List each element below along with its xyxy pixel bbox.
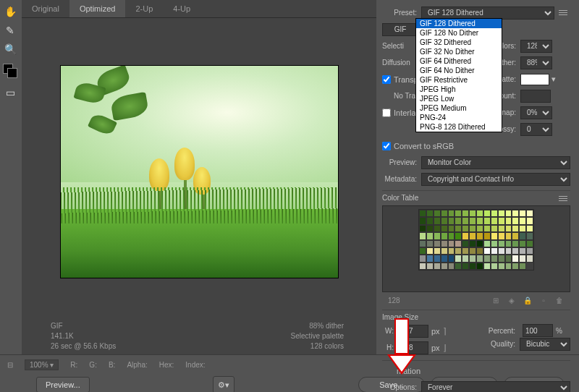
color-swatch[interactable] <box>419 240 426 247</box>
color-swatch[interactable] <box>419 263 426 270</box>
preset-option[interactable]: GIF Restrictive <box>416 75 502 85</box>
color-swatch[interactable] <box>512 210 519 217</box>
quality-select[interactable]: Bicubic <box>520 338 570 351</box>
color-swatch[interactable] <box>462 232 469 239</box>
color-swatch[interactable] <box>469 247 476 255</box>
color-swatch[interactable] <box>426 232 434 239</box>
percent-input[interactable] <box>523 324 553 337</box>
color-swatch[interactable] <box>462 255 469 262</box>
color-swatch[interactable] <box>526 210 533 217</box>
color-swatch[interactable] <box>434 232 441 239</box>
color-swatch[interactable] <box>519 210 526 217</box>
height-input[interactable] <box>398 341 428 354</box>
color-swatch[interactable] <box>419 225 426 232</box>
color-swatch[interactable] <box>441 210 448 217</box>
color-swatch[interactable] <box>483 217 491 224</box>
tab-2up[interactable]: 2-Up <box>125 0 163 17</box>
ct-icon-1[interactable]: ⊞ <box>491 295 501 305</box>
ct-icon-2[interactable]: ◈ <box>507 295 517 305</box>
color-swatch[interactable] <box>455 240 462 247</box>
preset-option[interactable]: GIF 128 Dithered <box>416 19 502 28</box>
color-swatch[interactable] <box>491 217 498 224</box>
color-swatch[interactable] <box>505 247 512 255</box>
color-swatch[interactable] <box>469 217 476 224</box>
color-swatch[interactable] <box>419 232 426 239</box>
color-swatch[interactable] <box>491 255 498 262</box>
color-swatch[interactable] <box>462 263 469 270</box>
preset-option[interactable]: GIF 128 No Dither <box>416 28 502 38</box>
color-swatch[interactable] <box>434 225 441 232</box>
preset-option[interactable]: JPEG High <box>416 85 502 94</box>
color-swatch[interactable] <box>476 263 483 270</box>
color-swatch[interactable] <box>483 255 491 262</box>
color-swatch[interactable] <box>476 247 483 255</box>
color-swatches[interactable] <box>3 64 17 78</box>
color-swatch[interactable] <box>483 210 491 217</box>
color-swatch[interactable] <box>512 232 519 239</box>
ct-icon-3[interactable]: 🔒 <box>523 295 533 305</box>
color-swatch[interactable] <box>455 232 462 239</box>
color-swatch[interactable] <box>448 232 455 239</box>
color-swatch[interactable] <box>426 240 434 247</box>
tab-optimized[interactable]: Optimized <box>69 0 126 17</box>
color-swatch[interactable] <box>505 232 512 239</box>
preset-option[interactable]: GIF 32 No Dither <box>416 47 502 56</box>
color-swatch[interactable] <box>498 247 505 255</box>
preset-option[interactable]: GIF 64 No Dither <box>416 66 502 75</box>
color-swatch[interactable] <box>476 210 483 217</box>
color-swatch[interactable] <box>519 240 526 247</box>
ct-new-icon[interactable]: ▫ <box>538 295 549 305</box>
width-input[interactable] <box>398 325 428 338</box>
color-swatch[interactable] <box>483 240 491 247</box>
color-swatch[interactable] <box>498 225 505 232</box>
transparency-check[interactable] <box>382 75 391 84</box>
color-swatch[interactable] <box>526 247 533 255</box>
color-swatch[interactable] <box>498 240 505 247</box>
format-select[interactable]: GIF <box>382 23 418 36</box>
color-swatch[interactable] <box>462 225 469 232</box>
color-swatch[interactable] <box>476 217 483 224</box>
color-swatch[interactable] <box>519 217 526 224</box>
color-swatch[interactable] <box>455 263 462 270</box>
preset-option[interactable]: JPEG Low <box>416 94 502 103</box>
color-swatch[interactable] <box>462 217 469 224</box>
color-swatch[interactable] <box>455 210 462 217</box>
color-swatch[interactable] <box>426 210 434 217</box>
eyedropper-tool[interactable]: ✎ <box>1 22 19 39</box>
color-swatch[interactable] <box>505 217 512 224</box>
color-swatch[interactable] <box>441 247 448 255</box>
srgb-check[interactable] <box>382 142 391 150</box>
preview-select[interactable]: Monitor Color <box>421 156 570 169</box>
color-swatch[interactable] <box>526 232 533 239</box>
color-swatch[interactable] <box>469 240 476 247</box>
color-swatch[interactable] <box>498 232 505 239</box>
loop-select[interactable]: Forever <box>421 381 570 393</box>
color-swatch[interactable] <box>469 263 476 270</box>
color-swatch[interactable] <box>426 263 434 270</box>
color-swatch[interactable] <box>476 255 483 262</box>
color-swatch[interactable] <box>462 247 469 255</box>
color-swatch[interactable] <box>526 217 533 224</box>
color-swatch[interactable] <box>455 247 462 255</box>
color-swatch[interactable] <box>441 255 448 262</box>
color-swatch[interactable] <box>448 240 455 247</box>
zoom-tool[interactable]: 🔍 <box>1 41 19 58</box>
color-swatch[interactable] <box>448 255 455 262</box>
color-swatch[interactable] <box>526 255 533 262</box>
preset-menu-icon[interactable] <box>559 9 570 17</box>
color-swatch[interactable] <box>462 240 469 247</box>
preset-option[interactable]: PNG-8 128 Dithered <box>416 122 502 132</box>
color-swatch[interactable] <box>441 232 448 239</box>
color-swatch[interactable] <box>512 240 519 247</box>
color-swatch[interactable] <box>476 232 483 239</box>
color-swatch[interactable] <box>434 210 441 217</box>
color-swatch[interactable] <box>483 232 491 239</box>
color-swatch[interactable] <box>434 217 441 224</box>
hand-tool[interactable]: ✋ <box>1 3 19 20</box>
browser-preview-button[interactable]: ⚙▾ <box>213 376 234 392</box>
color-swatch[interactable] <box>498 263 505 270</box>
color-swatch[interactable] <box>519 255 526 262</box>
metadata-select[interactable]: Copyright and Contact Info <box>421 173 570 186</box>
color-swatch[interactable] <box>434 247 441 255</box>
color-swatch[interactable] <box>455 255 462 262</box>
